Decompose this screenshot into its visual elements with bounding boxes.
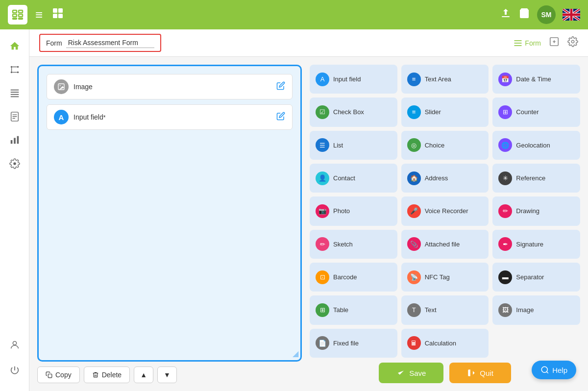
hamburger-icon[interactable]: ≡ bbox=[33, 5, 45, 24]
header-bar: Form Form bbox=[29, 29, 588, 57]
field-label-fixed-file: Fixed file bbox=[333, 340, 359, 347]
field-label-sketch: Sketch bbox=[333, 241, 353, 248]
field-icon-table: ⊞ bbox=[316, 303, 329, 317]
resize-handle[interactable]: ◢ bbox=[293, 349, 298, 358]
svg-point-35 bbox=[60, 85, 61, 86]
field-label-reference: Reference bbox=[516, 174, 545, 182]
sidebar-item-user[interactable] bbox=[4, 336, 25, 358]
field-label-photo: Photo bbox=[333, 207, 350, 215]
svg-point-28 bbox=[13, 342, 16, 345]
svg-rect-17 bbox=[10, 90, 19, 91]
help-button[interactable]: Help bbox=[532, 361, 576, 379]
field-btn-nfc-tag[interactable]: 📡NFC Tag bbox=[401, 263, 489, 292]
svg-rect-24 bbox=[12, 118, 15, 119]
svg-rect-9 bbox=[58, 14, 63, 18]
field-btn-check-box[interactable]: ☑Check Box bbox=[310, 98, 397, 126]
sidebar-item-tree[interactable] bbox=[4, 59, 25, 80]
svg-point-33 bbox=[571, 40, 574, 43]
breadcrumb-form-label: Form bbox=[46, 39, 62, 47]
field-btn-separator[interactable]: ▬Separator bbox=[492, 263, 580, 292]
field-btn-reference[interactable]: ✳Reference bbox=[492, 164, 580, 193]
svg-rect-0 bbox=[13, 10, 17, 13]
sidebar-item-settings[interactable] bbox=[4, 153, 25, 174]
form-canvas: Image A Input field* bbox=[37, 65, 302, 362]
field-btn-counter[interactable]: ⊞Counter bbox=[492, 98, 580, 126]
svg-rect-29 bbox=[514, 40, 522, 41]
field-icon-separator: ▬ bbox=[498, 270, 512, 284]
field-icon-reference: ✳ bbox=[498, 171, 512, 185]
field-label-image2: Image bbox=[516, 306, 534, 314]
export-icon[interactable] bbox=[549, 36, 560, 49]
svg-point-13 bbox=[10, 66, 12, 68]
svg-rect-25 bbox=[10, 140, 12, 144]
sidebar-item-report[interactable] bbox=[4, 106, 25, 127]
field-btn-text-area[interactable]: ≡Text Area bbox=[401, 65, 489, 94]
field-btn-choice[interactable]: ◎Choice bbox=[401, 131, 489, 160]
field-label-list: List bbox=[333, 142, 343, 149]
field-btn-input-field[interactable]: AInput field bbox=[310, 65, 397, 94]
cart-icon[interactable] bbox=[518, 7, 530, 22]
input-field-label: Input field* bbox=[74, 113, 271, 121]
field-label-voice-recorder: Voice Recorder bbox=[425, 207, 468, 215]
field-icon-barcode: ⊡ bbox=[316, 270, 329, 284]
field-btn-text[interactable]: TText bbox=[401, 295, 489, 324]
field-icon-input-field: A bbox=[316, 73, 329, 86]
field-btn-voice-recorder[interactable]: 🎤Voice Recorder bbox=[401, 196, 489, 225]
sidebar-item-home[interactable] bbox=[4, 35, 25, 57]
copy-button[interactable]: Copy bbox=[37, 367, 80, 383]
settings-icon[interactable] bbox=[567, 36, 578, 49]
list-view-button[interactable]: Form bbox=[513, 38, 541, 48]
form-name-input[interactable] bbox=[66, 38, 154, 48]
header-actions: Form bbox=[513, 36, 578, 49]
sidebar-item-power[interactable] bbox=[4, 360, 25, 381]
sidebar-item-chart[interactable] bbox=[4, 129, 25, 151]
upload-icon[interactable] bbox=[500, 7, 512, 22]
grid-icon[interactable] bbox=[50, 6, 65, 24]
field-btn-barcode[interactable]: ⊡Barcode bbox=[310, 263, 397, 292]
field-label-contact: Contact bbox=[333, 174, 355, 182]
canvas-buttons: Copy Delete ▲ ▼ bbox=[37, 367, 302, 383]
user-avatar[interactable]: SM bbox=[537, 5, 556, 24]
field-btn-drawing[interactable]: ✏Drawing bbox=[492, 196, 580, 225]
field-icon-list: ☰ bbox=[316, 138, 329, 152]
save-button[interactable]: Save bbox=[379, 363, 443, 383]
svg-rect-7 bbox=[58, 8, 63, 13]
field-btn-list[interactable]: ☰List bbox=[310, 131, 397, 160]
logo-button[interactable] bbox=[8, 5, 27, 24]
move-down-button[interactable]: ▼ bbox=[157, 367, 177, 383]
field-btn-image2[interactable]: 🖼Image bbox=[492, 295, 580, 324]
svg-rect-1 bbox=[19, 10, 23, 13]
svg-rect-5 bbox=[19, 18, 23, 19]
field-label-table: Table bbox=[333, 306, 348, 314]
delete-button[interactable]: Delete bbox=[84, 367, 130, 383]
image-field-edit-icon[interactable] bbox=[276, 81, 285, 92]
field-label-attached-file: Attached file bbox=[425, 241, 460, 248]
language-flag[interactable] bbox=[563, 9, 580, 21]
svg-rect-19 bbox=[10, 94, 19, 95]
field-btn-sketch[interactable]: ✏Sketch bbox=[310, 230, 397, 259]
svg-rect-27 bbox=[17, 136, 19, 144]
sidebar bbox=[0, 29, 29, 391]
field-btn-date-time[interactable]: 📅Date & Time bbox=[492, 65, 580, 94]
field-btn-signature[interactable]: ✒Signature bbox=[492, 230, 580, 259]
svg-rect-30 bbox=[514, 43, 522, 44]
form-field-image[interactable]: Image bbox=[47, 74, 293, 99]
form-field-input[interactable]: A Input field* bbox=[47, 104, 293, 130]
field-btn-contact[interactable]: 👤Contact bbox=[310, 164, 397, 193]
field-btn-fixed-file[interactable]: 📄Fixed file bbox=[310, 329, 397, 358]
move-up-button[interactable]: ▲ bbox=[134, 367, 153, 383]
field-btn-slider[interactable]: ≡Slider bbox=[401, 98, 489, 126]
svg-line-39 bbox=[547, 371, 548, 373]
quit-button[interactable]: Quit bbox=[449, 363, 511, 383]
field-label-signature: Signature bbox=[516, 241, 543, 248]
field-btn-geolocation[interactable]: 🌐Geolocation bbox=[492, 131, 580, 160]
field-icon-counter: ⊞ bbox=[498, 105, 512, 119]
sidebar-item-list[interactable] bbox=[4, 82, 25, 104]
field-btn-calculation[interactable]: 🖩Calculation bbox=[401, 329, 489, 358]
field-btn-attached-file[interactable]: 📎Attached file bbox=[401, 230, 489, 259]
image-field-label: Image bbox=[74, 83, 271, 91]
field-btn-address[interactable]: 🏠Address bbox=[401, 164, 489, 193]
field-btn-photo[interactable]: 📷Photo bbox=[310, 196, 397, 225]
field-btn-table[interactable]: ⊞Table bbox=[310, 295, 397, 324]
input-field-edit-icon[interactable] bbox=[276, 112, 285, 122]
